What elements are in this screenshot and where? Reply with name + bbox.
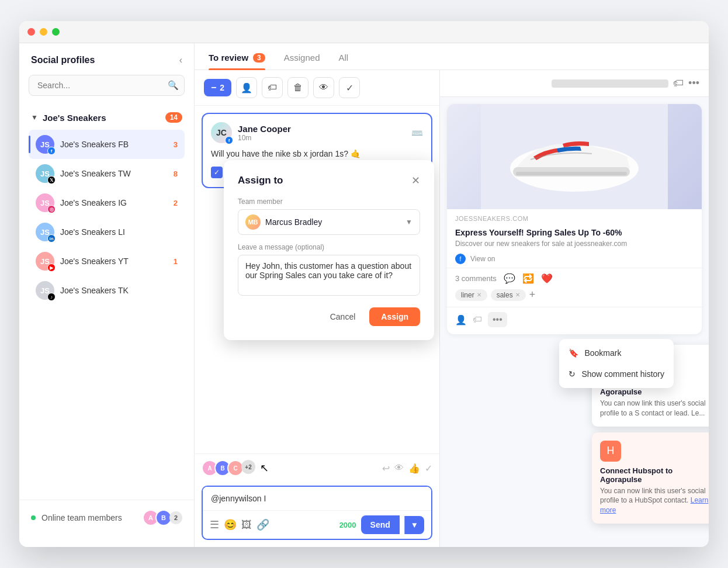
post-card: JOESSNEAKERS.COM Express Yourself! Sprin…: [447, 104, 702, 334]
member-name: Marcus Bradley: [265, 217, 401, 227]
profile-name-tw: Joe's Sneakers TW: [60, 169, 168, 178]
sidebar: Social profiles ‹ 🔍 ▼ Joe's Sneakers 14 …: [19, 43, 195, 547]
avatar-tw: JS 𝕏: [36, 164, 54, 183]
profile-count-ig: 2: [174, 199, 178, 207]
reply-stat-button[interactable]: 💬: [504, 273, 515, 284]
more-options-button[interactable]: •••: [688, 77, 699, 89]
select-count-label: 2: [220, 83, 224, 92]
history-icon: ↻: [568, 369, 576, 379]
tab-to-review-label: To review: [209, 53, 248, 63]
post-domain: JOESSNEAKERS.COM: [447, 209, 702, 228]
select-count[interactable]: − 2: [204, 79, 231, 96]
conv-reply-button[interactable]: ↩: [382, 463, 390, 474]
conv-action-icons: ↩ 👁 👍 ✓: [382, 463, 432, 474]
tag-toolbar-button[interactable]: 🏷: [262, 77, 283, 98]
post-tag-button[interactable]: 🏷: [473, 312, 482, 327]
cursor-icon: ↖: [260, 462, 269, 475]
right-panel-header: 🏷 •••: [440, 70, 709, 97]
li-platform-badge: in: [47, 234, 56, 243]
member-select-dropdown[interactable]: MB Marcus Bradley ▼: [238, 209, 420, 235]
send-dropdown-button[interactable]: ▼: [404, 516, 424, 534]
context-history[interactable]: ↻ Show comment history: [559, 363, 674, 385]
hubspot-logo: H: [600, 441, 621, 462]
conv-hide-button[interactable]: 👁: [394, 463, 404, 473]
assign-message-input[interactable]: Hey John, this customer has a question a…: [238, 255, 420, 296]
search-input[interactable]: [29, 75, 185, 96]
profile-group: ▼ Joe's Sneakers 14 JS f Joe's Sneakers …: [19, 105, 194, 310]
sidebar-collapse-button[interactable]: ‹: [179, 55, 182, 65]
sidebar-item-fb[interactable]: JS f Joe's Sneakers FB 3: [29, 130, 185, 159]
tag-liner: liner ✕: [455, 289, 487, 301]
message-keyboard-button[interactable]: ⌨️: [411, 127, 423, 138]
right-panel: 🏷 •••: [440, 70, 709, 547]
message-checkbox[interactable]: ✓: [211, 167, 223, 178]
message-info: Jane Cooper 10m: [238, 124, 405, 142]
post-more-button[interactable]: •••: [488, 312, 507, 327]
post-ad-title: Express Yourself! Spring Sales Up To -60…: [447, 228, 702, 240]
tab-assigned[interactable]: Assigned: [284, 43, 320, 70]
hubspot-notif-card: H Connect Hubspot to Agorapulse You can …: [592, 432, 709, 524]
context-bookmark[interactable]: 🔖 Bookmark: [559, 342, 674, 363]
tag-icon-button[interactable]: 🏷: [673, 77, 684, 89]
chevron-down-icon: ▼: [31, 113, 38, 122]
modal-title: Assign to: [238, 175, 283, 186]
profile-group-header[interactable]: ▼ Joe's Sneakers 14: [29, 108, 185, 127]
post-comments-count: 3 comments: [455, 274, 497, 283]
char-count: 2000: [339, 521, 356, 529]
tab-all-label: All: [339, 53, 349, 63]
avatar-li: JS in: [36, 223, 54, 241]
delete-toolbar-button[interactable]: 🗑: [287, 77, 308, 98]
tag-sales-close[interactable]: ✕: [515, 292, 520, 298]
sidebar-item-li[interactable]: JS in Joe's Sneakers LI: [29, 217, 185, 247]
sidebar-footer: Online team members A B 2: [19, 500, 194, 535]
app-window: Social profiles ‹ 🔍 ▼ Joe's Sneakers 14 …: [19, 21, 709, 547]
svg-rect-3: [516, 172, 627, 175]
tag-liner-close[interactable]: ✕: [477, 292, 481, 298]
sidebar-item-ig[interactable]: JS ◎ Joe's Sneakers IG 2: [29, 188, 185, 217]
message-avatar: JC f: [211, 122, 232, 143]
send-button[interactable]: Send: [361, 515, 400, 534]
sidebar-item-yt[interactable]: JS ▶ Joe's Sneakers YT 1: [29, 247, 185, 276]
avatar-fb: JS f: [36, 135, 54, 154]
conv-like-button[interactable]: 👍: [408, 463, 420, 474]
close-button[interactable]: [27, 28, 35, 36]
reply-format-button[interactable]: ☰: [210, 518, 219, 531]
tab-to-review[interactable]: To review 3: [209, 43, 265, 70]
hubspot-learn-more-link[interactable]: Learn more: [600, 496, 708, 514]
conv-done-button[interactable]: ✓: [425, 463, 432, 474]
minus-icon: −: [211, 82, 216, 93]
reply-emoji-button[interactable]: 😊: [224, 518, 237, 531]
post-assign-button[interactable]: 👤: [455, 312, 467, 327]
bookmark-icon: 🔖: [568, 348, 578, 358]
cancel-button[interactable]: Cancel: [322, 307, 364, 326]
maximize-button[interactable]: [52, 28, 60, 36]
sidebar-title: Social profiles: [31, 55, 95, 65]
avatar-tk: JS ♪: [36, 281, 54, 300]
assign-toolbar-button[interactable]: 👤: [236, 77, 257, 98]
modal-header: Assign to ✕: [238, 174, 420, 187]
reply-box: ☰ 😊 🖼 🔗 2000 Send ▼: [202, 486, 432, 540]
reply-image-button[interactable]: 🖼: [241, 519, 252, 531]
minimize-button[interactable]: [40, 28, 47, 36]
modal-close-button[interactable]: ✕: [411, 174, 420, 187]
add-tag-button[interactable]: +: [529, 289, 536, 301]
like-stat-button[interactable]: ❤️: [541, 273, 553, 284]
done-toolbar-button[interactable]: ✓: [339, 77, 360, 98]
rp-header-bar: [552, 79, 668, 88]
history-label: Show comment history: [581, 369, 664, 379]
profile-name-ig: Joe's Sneakers IG: [60, 198, 168, 207]
hide-toolbar-button[interactable]: 👁: [313, 77, 334, 98]
sidebar-item-tk[interactable]: JS ♪ Joe's Sneakers TK: [29, 276, 185, 305]
sidebar-item-tw[interactable]: JS 𝕏 Joe's Sneakers TW 8: [29, 159, 185, 188]
profile-name-li: Joe's Sneakers LI: [60, 227, 178, 237]
profile-count-tw: 8: [174, 169, 178, 178]
tab-all[interactable]: All: [339, 43, 349, 70]
assign-button[interactable]: Assign: [369, 307, 420, 326]
member-avatar: MB: [245, 214, 261, 230]
post-stats: 3 comments 💬 🔁 ❤️: [447, 268, 702, 289]
share-stat-button[interactable]: 🔁: [522, 273, 534, 284]
profile-name-yt: Joe's Sneakers YT: [60, 257, 168, 266]
reply-input[interactable]: [203, 487, 431, 510]
avatar-ig: JS ◎: [36, 193, 54, 212]
reply-link-button[interactable]: 🔗: [256, 518, 269, 531]
